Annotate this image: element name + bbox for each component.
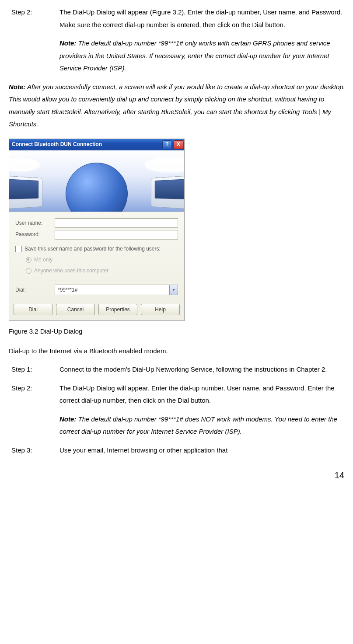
divider — [15, 281, 178, 281]
username-label: User name: — [15, 218, 55, 228]
note-label: Note: — [59, 39, 76, 47]
help-button[interactable]: Help — [141, 304, 180, 315]
dial-number-combo[interactable]: *99***1# ▾ — [55, 285, 178, 295]
cancel-button[interactable]: Cancel — [56, 304, 95, 315]
step-text: The Dial-Up Dialog will appear (Figure 3… — [59, 6, 347, 31]
step-label: Step 3: — [9, 444, 59, 457]
dialog-body: User name: Password: Save this user name… — [9, 150, 184, 321]
step-text: The Dial-Up Dialog will appear. Enter th… — [59, 382, 347, 407]
note-label: Note: — [9, 83, 25, 91]
note-text: After you successfully connect, a screen… — [9, 83, 345, 128]
outer-note: Note: After you successfully connect, a … — [9, 81, 347, 131]
step-label: Step 2: — [9, 382, 59, 438]
cloud-icon — [145, 157, 184, 172]
note-text: The default dial-up number *99***1# does… — [59, 415, 337, 435]
radio-anyone-label: Anyone who uses this computer — [34, 266, 108, 276]
dialup-dialog: Connect Bluetooth DUN Connection ? X Use… — [9, 139, 185, 321]
username-input[interactable] — [55, 218, 178, 228]
section-subheading: Dial-up to the Internet via a Bluetooth … — [9, 345, 347, 358]
step-block: Step 2: The Dial-Up Dialog will appear. … — [9, 382, 347, 438]
titlebar-help-button[interactable]: ? — [162, 140, 172, 149]
dialog-banner — [9, 150, 184, 212]
step-block: Step 1: Connect to the modem's Dial-Up N… — [9, 363, 347, 376]
step-body: The Dial-Up Dialog will appear. Enter th… — [59, 382, 347, 438]
password-input[interactable] — [55, 230, 178, 240]
note-text: The default dial-up number *99***1# only… — [59, 39, 330, 72]
step-body: The Dial-Up Dialog will appear (Figure 3… — [59, 6, 347, 75]
page-number: 14 — [9, 467, 347, 484]
save-credentials-label: Save this user name and password for the… — [24, 244, 161, 254]
step-text: Connect to the modem's Dial-Up Networkin… — [59, 363, 347, 376]
figure-caption: Figure 3.2 Dial-Up Dialog — [9, 325, 347, 338]
dialog-title: Connect Bluetooth DUN Connection — [12, 139, 161, 150]
laptop-icon — [151, 175, 184, 210]
step-block: Step 2: The Dial-Up Dialog will appear (… — [9, 6, 347, 75]
step-label: Step 1: — [9, 363, 59, 376]
step-text: Use your email, Internet browsing or oth… — [59, 444, 347, 457]
cloud-icon — [9, 158, 40, 171]
radio-me-only[interactable] — [26, 257, 31, 263]
globe-icon — [66, 163, 128, 212]
dial-button[interactable]: Dial — [14, 304, 52, 315]
step-block: Step 3: Use your email, Internet browsin… — [9, 444, 347, 457]
titlebar-close-button[interactable]: X — [174, 140, 183, 149]
note-label: Note: — [59, 415, 76, 423]
password-label: Password: — [15, 230, 55, 240]
radio-anyone[interactable] — [26, 268, 31, 274]
radio-me-only-label: Me only — [34, 255, 52, 265]
dial-label: Dial: — [15, 285, 55, 295]
laptop-icon — [9, 175, 42, 210]
dial-number-value: *99***1# — [58, 285, 169, 295]
save-credentials-checkbox[interactable] — [15, 246, 22, 252]
properties-button[interactable]: Properties — [98, 304, 137, 315]
step-label: Step 2: — [9, 6, 59, 75]
dialog-titlebar: Connect Bluetooth DUN Connection ? X — [9, 139, 184, 150]
chevron-down-icon[interactable]: ▾ — [169, 285, 178, 295]
